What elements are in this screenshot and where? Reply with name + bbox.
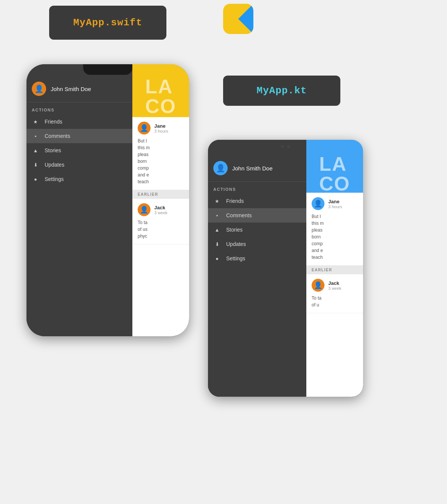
android-nav-friends[interactable]: ★ Friends <box>208 194 306 208</box>
android-feed-jack-time: 3 week <box>328 286 341 291</box>
android-earlier-divider: EARLIER <box>306 266 363 274</box>
avatar-icon: 👤 <box>34 84 44 93</box>
ios-nav-comments-label: Comments <box>45 133 70 139</box>
android-nav-settings-label: Settings <box>226 255 245 261</box>
star-icon: ★ <box>32 119 39 125</box>
android-feed-jane-time: 3 hours <box>328 204 342 209</box>
ios-earlier-divider: EARLIER <box>132 190 189 199</box>
android-feed-item-jack: 👤 Jack 3 week To taof u <box>306 274 363 313</box>
ios-user-name: John Smith Doe <box>51 86 91 92</box>
feed-jack-avatar-icon: 👤 <box>140 206 148 214</box>
android-nav-stories-label: Stories <box>226 227 243 233</box>
feed-avatar-icon: 👤 <box>140 124 148 132</box>
android-feed-jane-text: But Ithis mpleasborncompand eteach <box>312 213 358 261</box>
ios-feed-item-jane: 👤 Jane 3 hours But Ithis mpleasborncompa… <box>132 117 189 190</box>
camera-dot-2 <box>287 145 290 148</box>
android-feed-jack-name: Jack <box>328 280 341 286</box>
triangle-icon: ▲ <box>32 148 39 153</box>
ios-feed-jane-name: Jane <box>154 123 168 129</box>
circle-icon: ● <box>32 176 39 182</box>
ios-nav-updates[interactable]: ⬇ Updates <box>26 158 132 172</box>
android-feed-jack-avatar-icon: 👤 <box>314 281 322 289</box>
ios-nav-friends-label: Friends <box>45 119 62 125</box>
android-content-header: LA CO <box>306 140 363 193</box>
android-comment-icon: ▪ <box>213 213 221 218</box>
android-star-icon: ★ <box>213 198 221 204</box>
android-sidebar-header: 👤 John Smith Doe <box>208 155 306 182</box>
ios-feed-item-jack-header: 👤 Jack 3 week <box>138 203 184 216</box>
app-icon-svg <box>223 4 253 34</box>
android-nav-comments-label: Comments <box>226 212 252 218</box>
ios-feed-jack-time: 3 week <box>154 210 168 215</box>
ios-nav-settings[interactable]: ● Settings <box>26 172 132 186</box>
ios-actions-label: ACTIONS <box>26 102 132 114</box>
ios-feed-avatar-jack: 👤 <box>138 203 151 216</box>
android-feed-jane-meta: Jane 3 hours <box>328 199 342 209</box>
android-phone: 👤 John Smith Doe ACTIONS ★ Friends ▪ Com… <box>208 140 363 397</box>
ios-feed-jack-meta: Jack 3 week <box>154 205 168 215</box>
android-triangle-icon: ▲ <box>213 227 221 233</box>
android-feed-jane-name: Jane <box>328 199 342 204</box>
ios-content-header: LA CO <box>132 64 189 117</box>
android-feed-jack-meta: Jack 3 week <box>328 280 341 291</box>
ios-feed-jane-time: 3 hours <box>154 129 168 133</box>
android-circle-icon: ● <box>213 256 221 261</box>
android-nav-comments[interactable]: ▪ Comments <box>208 208 306 223</box>
app-icon <box>223 4 253 34</box>
android-feed-jack-text: To taof u <box>312 295 358 308</box>
ios-phone: 👤 John Smith Doe ACTIONS ★ Friends ▪ Com… <box>26 64 189 336</box>
kt-file-label: MyApp.kt <box>257 85 307 96</box>
android-feed-avatar-jack: 👤 <box>312 279 324 292</box>
ios-content-body: 👤 Jane 3 hours But Ithis mpleasborncompa… <box>132 117 189 244</box>
android-avatar-icon: 👤 <box>216 164 225 173</box>
ios-screen: 👤 John Smith Doe ACTIONS ★ Friends ▪ Com… <box>26 64 189 336</box>
android-feed-item-jane-header: 👤 Jane 3 hours <box>312 197 358 210</box>
ios-feed-jack-name: Jack <box>154 205 168 210</box>
download-icon: ⬇ <box>32 162 39 168</box>
android-camera <box>281 145 290 148</box>
ios-nav-stories[interactable]: ▲ Stories <box>26 143 132 158</box>
android-content-area: LA CO 👤 Jane 3 hours But Ithis mpleasbor… <box>306 140 363 397</box>
android-user-name: John Smith Doe <box>232 165 273 172</box>
ios-sidebar-header: 👤 John Smith Doe <box>26 76 132 102</box>
ios-nav-updates-label: Updates <box>45 162 64 168</box>
ios-feed-jane-text: But Ithis mpleasborncompand eteach <box>138 138 184 185</box>
android-download-icon: ⬇ <box>213 241 221 247</box>
android-nav-updates-label: Updates <box>226 241 246 247</box>
comment-icon: ▪ <box>32 133 39 139</box>
swift-file-card: MyApp.swift <box>49 6 166 40</box>
kt-file-card: MyApp.kt <box>223 76 340 106</box>
android-nav-stories[interactable]: ▲ Stories <box>208 223 306 237</box>
swift-file-label: MyApp.swift <box>73 17 143 28</box>
android-feed-item-jane: 👤 Jane 3 hours But Ithis mpleasborncompa… <box>306 193 363 266</box>
android-nav-updates[interactable]: ⬇ Updates <box>208 237 306 251</box>
ios-header-text: LA CO <box>145 77 176 116</box>
android-actions-label: ACTIONS <box>208 182 306 194</box>
ios-user-avatar: 👤 <box>32 82 46 96</box>
android-user-avatar: 👤 <box>213 161 228 175</box>
ios-feed-item-jack: 👤 Jack 3 week To taof usphyc <box>132 199 189 244</box>
android-feed-item-jack-header: 👤 Jack 3 week <box>312 279 358 292</box>
android-feed-avatar-icon: 👤 <box>314 199 322 208</box>
ios-feed-jane-meta: Jane 3 hours <box>154 123 168 133</box>
ios-sidebar: 👤 John Smith Doe ACTIONS ★ Friends ▪ Com… <box>26 64 132 336</box>
ios-nav-settings-label: Settings <box>45 176 64 182</box>
ios-nav-stories-label: Stories <box>45 147 61 153</box>
ios-feed-jack-text: To taof usphyc <box>138 219 184 240</box>
ios-feed-avatar-jane: 👤 <box>138 122 151 135</box>
android-header-text: LA CO <box>319 154 350 193</box>
android-nav-friends-label: Friends <box>226 198 244 204</box>
camera-dot-1 <box>281 145 284 148</box>
ios-content-area: LA CO 👤 Jane 3 hours But Ithis mpleasbor… <box>132 64 189 336</box>
ios-feed-item-jane-header: 👤 Jane 3 hours <box>138 122 184 135</box>
android-nav-settings[interactable]: ● Settings <box>208 251 306 266</box>
android-content-body: 👤 Jane 3 hours But Ithis mpleasborncompa… <box>306 193 363 313</box>
ios-notch <box>83 64 132 75</box>
android-sidebar: 👤 John Smith Doe ACTIONS ★ Friends ▪ Com… <box>208 140 306 397</box>
ios-nav-comments[interactable]: ▪ Comments <box>26 129 132 143</box>
ios-nav-friends[interactable]: ★ Friends <box>26 114 132 129</box>
android-feed-avatar-jane: 👤 <box>312 197 324 210</box>
android-screen: 👤 John Smith Doe ACTIONS ★ Friends ▪ Com… <box>208 140 363 397</box>
